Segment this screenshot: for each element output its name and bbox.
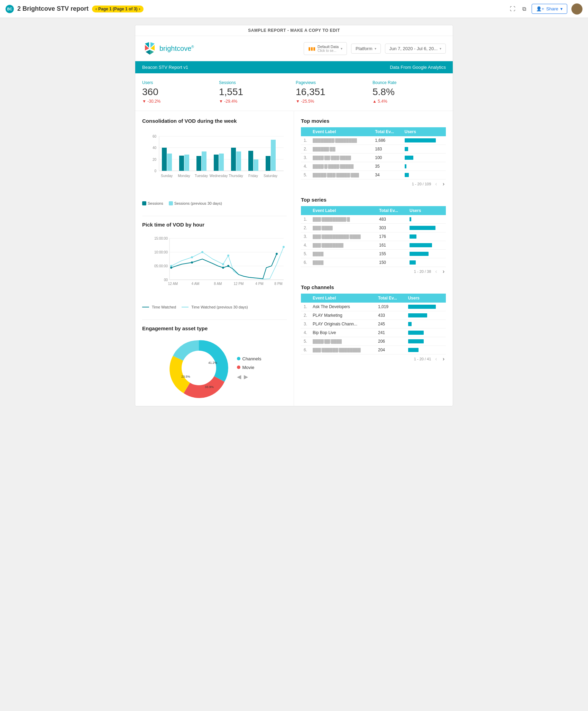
metric-change-sessions: -29.4% [219,99,292,104]
table-row: 1. ████████ ████████ 1,686 [301,136,446,145]
top-series-pagination: 1 - 20 / 38 ‹ › [301,267,446,276]
table-row: 3. PLAY Originals Chann... 245 [301,320,446,329]
svg-rect-27 [236,151,241,171]
bar-chart-icon: ▮▮▮ [308,46,315,51]
app-logo: BC [6,5,14,13]
bar-chart-area: 60 40 20 0 [142,129,287,198]
top-bar-right: ⛶ ⧉ 👤+ Share ▾ [508,3,582,15]
report-header: brightcove® ▮▮▮ Default Data Click to se… [135,36,453,61]
share-button[interactable]: 👤+ Share ▾ [532,4,567,14]
table-row: 1. ███ █████████ █ 483 [301,215,446,224]
chevron-left-icon: ‹ [95,7,97,11]
mini-bar [410,217,411,221]
report-container: SAMPLE REPORT - MAKE A COPY TO EDIT brig… [135,25,453,406]
svg-text:4 PM: 4 PM [255,282,263,286]
table-row: 6. ███ ██████ ████████ 204 [301,346,446,354]
chevron-right-icon: › [139,7,140,11]
table-row: 3. ███ ██████████ ████ 176 [301,232,446,241]
top-series-table: Event Label Total Ev... Users 1. ███ ███… [301,206,446,267]
metric-change-pageviews: -25.5% [296,99,369,104]
legend-time-watched-prev: Time Watched (previous 30 days) [182,305,248,309]
bar-cell [405,147,443,151]
svg-text:Wednesday: Wednesday [210,174,228,178]
bar-cell [405,173,443,177]
share-chevron-icon: ▾ [560,6,563,11]
time-watched-prev-line [182,307,189,307]
arrow-up-icon [373,99,378,104]
svg-text:Thursday: Thursday [229,174,243,178]
channels-prev-button[interactable]: ‹ [434,356,438,362]
page-badge: ‹ Page 1 (Page 1 of 3) › [92,6,144,12]
movie-dot [237,366,240,369]
legend-sessions-prev: Sessions (previous 30 days) [169,201,222,205]
svg-text:20: 20 [153,158,157,161]
donut-legend: Channels Movie ◀ ▶ [237,356,261,380]
svg-text:Saturday: Saturday [264,174,277,178]
prev-page-button[interactable]: ‹ [434,181,438,187]
top-movies-pagination: 1 - 20 / 109 ‹ › [301,179,446,188]
svg-rect-23 [202,151,206,171]
legend-movie: Movie [237,365,261,370]
bar-cell [405,164,443,168]
svg-point-50 [191,256,193,258]
mini-bar [410,226,435,230]
svg-text:10:00:00: 10:00:00 [154,250,168,254]
donut-next-button[interactable]: ▶ [244,373,248,380]
arrow-down-icon-3 [296,99,301,104]
brightcove-text: brightcove® [159,45,194,53]
table-row: 2. ███ ████ 303 [301,224,446,232]
next-page-button[interactable]: › [441,181,446,187]
svg-point-57 [222,267,224,269]
svg-rect-26 [231,148,236,171]
metric-change-users: -30.2% [142,99,215,104]
mini-bar [408,322,412,326]
two-col-layout: Consolidation of VOD during the week 60 … [135,111,453,406]
arrow-down-icon-2 [219,99,224,104]
mini-bar [408,339,424,343]
channels-next-button[interactable]: › [441,356,446,362]
mini-bar [405,138,436,142]
sessions-prev-dot [169,201,173,205]
mini-bar [410,260,416,265]
brightcove-logo: brightcove® [142,41,194,56]
svg-point-51 [201,251,203,253]
top-channels-header: Event Label Total Ev... Users [301,294,446,303]
table-row: 1. Ask The Developers 1,019 [301,303,446,311]
table-row: 6. ████ 150 [301,258,446,267]
engagement-section: Engagement by asset type [142,325,287,399]
svg-text:40: 40 [153,146,157,150]
line-chart-area: 15:00:00 10:00:00 05:00:00 00 [142,233,287,302]
mini-bar [408,331,424,335]
svg-point-55 [170,267,172,269]
chevron-down-icon-2: ▾ [375,47,376,50]
bar-chart-svg: 60 40 20 0 [142,129,287,198]
table-row: 5. █████ ███ █████ ███ 34 [301,171,446,179]
fullscreen-button[interactable]: ⛶ [508,4,517,13]
donut-prev-button[interactable]: ◀ [237,373,241,380]
data-source-button[interactable]: ▮▮▮ Default Data Click to se... ▾ [304,42,347,55]
donut-chart-svg: 41.2% 33.9% 23.5% [168,337,230,399]
mini-bar [410,234,416,239]
right-column: Top movies Event Label Total Ev... Users [294,111,453,406]
donut-controls: ◀ ▶ [237,373,261,380]
top-channels-pagination: 1 - 20 / 41 ‹ › [301,354,446,363]
svg-rect-18 [162,148,167,171]
platform-button[interactable]: Platform ▾ [351,44,380,54]
svg-text:60: 60 [153,135,157,138]
mini-bar [405,173,409,177]
mini-bar [408,305,436,309]
svg-point-59 [276,253,278,255]
series-prev-button[interactable]: ‹ [434,268,438,275]
svg-point-58 [227,265,229,267]
top-movies-table: Event Label Total Ev... Users 1. ███████… [301,127,446,179]
donut-wrapper: 41.2% 33.9% 23.5% Channels Movie [142,337,287,399]
svg-text:8 AM: 8 AM [214,282,222,286]
series-next-button[interactable]: › [441,268,446,275]
report-title: 2 Brightcove STV report [17,5,89,12]
svg-text:8 PM: 8 PM [274,282,282,286]
date-range-button[interactable]: Jun 7, 2020 - Jul 6, 20... ▾ [385,44,446,54]
svg-marker-7 [150,50,154,55]
copy-button[interactable]: ⧉ [521,4,527,13]
svg-text:Monday: Monday [178,174,190,178]
top-channels-section: Top channels Event Label Total Ev... Use… [301,284,446,363]
